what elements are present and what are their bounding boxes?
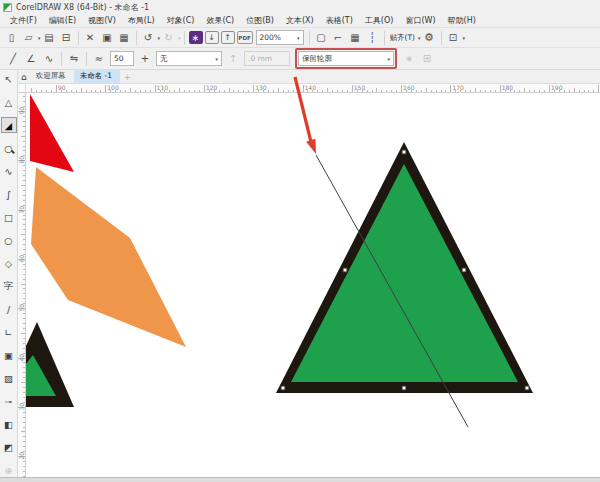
crosshair-tool[interactable]: ⊕: [1, 462, 17, 478]
menu-item-3[interactable]: 布局(L): [122, 15, 161, 26]
cut-span-select[interactable]: 保留轮廓▾: [298, 51, 394, 66]
menu-item-9[interactable]: 工具(O): [359, 15, 400, 26]
ruler-tick: [510, 90, 511, 93]
horizontal-ruler[interactable]: 90100110120130140150160170180190200: [26, 84, 600, 93]
menu-item-10[interactable]: 窗口(W): [399, 15, 441, 26]
auto-close-button[interactable]: ∗: [401, 51, 417, 67]
copy-button[interactable]: ▣: [100, 30, 115, 45]
menu-item-7[interactable]: 文本(X): [280, 15, 320, 26]
divider: [136, 31, 137, 45]
orange-polygon[interactable]: [31, 167, 186, 347]
ruler-tick: [347, 90, 348, 93]
ruler-tick: [273, 90, 274, 93]
menu-item-8[interactable]: 表格(T): [320, 15, 359, 26]
divider: [441, 31, 442, 45]
ruler-tick: [23, 126, 26, 127]
ruler-tick: [406, 90, 407, 93]
freehand-mode-button[interactable]: ∿: [41, 51, 57, 67]
drop-shadow-tool[interactable]: ▣: [1, 347, 17, 363]
two-point-mode-button[interactable]: ╱: [5, 51, 21, 67]
snap-caret-icon[interactable]: ▾: [418, 35, 421, 41]
ruler-tick: [524, 88, 525, 92]
menu-item-2[interactable]: 视图(V): [82, 15, 122, 26]
ruler-tick: [23, 279, 26, 280]
interactive-fill-tool[interactable]: ◧: [1, 416, 17, 432]
rectangle-tool[interactable]: □: [1, 209, 17, 225]
new-tab-button[interactable]: +: [124, 73, 131, 83]
knife-tool[interactable]: ◢: [1, 117, 17, 133]
open-button[interactable]: ▱: [21, 30, 36, 45]
bezier-mode-button[interactable]: ∠: [23, 51, 39, 67]
menu-item-4[interactable]: 对象(C): [161, 15, 201, 26]
large-triangle-fill[interactable]: [291, 164, 518, 382]
menu-item-6[interactable]: 位图(B): [240, 15, 280, 26]
overlap-button[interactable]: ⊞: [419, 51, 435, 67]
connector-tool[interactable]: ∟: [1, 324, 17, 340]
flip-button[interactable]: ⇋: [66, 51, 82, 67]
redo-caret-icon[interactable]: ▾: [178, 35, 181, 41]
paste-button[interactable]: ▦: [117, 30, 132, 45]
vertical-ruler[interactable]: 9080706050403020: [18, 93, 26, 477]
ruler-tick: [23, 392, 26, 393]
dimension-tool[interactable]: ∕: [1, 301, 17, 317]
ruler-tick: [539, 90, 540, 93]
outline-select[interactable]: 无▾: [156, 51, 222, 66]
show-grid-button[interactable]: ▦: [348, 30, 363, 45]
ruler-tick: [199, 90, 200, 93]
export-button[interactable]: ↑: [221, 31, 235, 44]
transparency-tool[interactable]: ▨: [1, 370, 17, 386]
save-button[interactable]: ▤: [42, 30, 57, 45]
new-document-button[interactable]: ▯: [4, 30, 19, 45]
ruler-tick: [332, 90, 333, 93]
bottom-scrollbar[interactable]: [0, 477, 600, 482]
ruler-tick: [21, 382, 25, 383]
undo-button[interactable]: ↺: [141, 30, 156, 45]
publish-pdf-button[interactable]: PDF: [237, 31, 253, 44]
smoothing-plus-button[interactable]: +: [137, 51, 153, 67]
smart-fill-tool[interactable]: ◩: [1, 439, 17, 455]
menu-item-5[interactable]: 效果(C): [200, 15, 240, 26]
ruler-tick: [23, 190, 26, 191]
print-button[interactable]: ⊟: [59, 30, 74, 45]
eyedropper-tool[interactable]: ⊸: [1, 393, 17, 409]
shape-tool[interactable]: △: [1, 94, 17, 110]
ruler-tick: [23, 219, 26, 220]
ruler-label: 130: [255, 84, 266, 91]
width-input[interactable]: .0 mm: [244, 51, 290, 66]
zoom-tool[interactable]: ○: [1, 140, 17, 156]
home-icon[interactable]: ⌂: [21, 72, 27, 83]
polygon-tool[interactable]: ◇: [1, 255, 17, 271]
ruler-tick: [23, 362, 26, 363]
tab-document[interactable]: 未命名 -1: [74, 69, 120, 83]
zoom-level-select[interactable]: 200%▾: [256, 30, 304, 45]
artistic-media-tool[interactable]: ∫: [1, 186, 17, 202]
import-button[interactable]: ↓: [205, 31, 219, 44]
menu-item-0[interactable]: 文件(F): [4, 15, 43, 26]
text-tool[interactable]: 字: [1, 278, 17, 294]
options-button[interactable]: ⚙: [422, 30, 437, 45]
ruler-tick: [584, 90, 585, 93]
ellipse-tool[interactable]: ○: [1, 232, 17, 248]
fullscreen-preview-button[interactable]: ▢: [314, 30, 329, 45]
redo-button[interactable]: ↻: [161, 30, 176, 45]
ruler-tick: [23, 313, 26, 314]
open-caret-icon[interactable]: ▾: [38, 35, 41, 41]
ruler-tick: [23, 471, 26, 472]
show-rulers-button[interactable]: ⌐: [331, 30, 346, 45]
smoothing-input[interactable]: 50: [110, 51, 134, 66]
tab-welcome-screen[interactable]: 欢迎屏幕: [30, 69, 74, 83]
pick-tool[interactable]: ↖: [1, 71, 17, 87]
ruler-tick: [23, 377, 26, 378]
launcher-button[interactable]: ⊡: [446, 30, 461, 45]
snap-to-button[interactable]: 贴齐(T): [390, 33, 415, 43]
cut-span-value: 保留轮廓: [302, 54, 332, 64]
launcher-caret-icon[interactable]: ▾: [463, 35, 466, 41]
freehand-tool[interactable]: ∿: [1, 163, 17, 179]
red-triangle[interactable]: [30, 94, 74, 172]
search-content-button[interactable]: ∗: [189, 31, 203, 44]
undo-caret-icon[interactable]: ▾: [158, 35, 161, 41]
menu-item-1[interactable]: 编辑(E): [43, 15, 82, 26]
menu-item-11[interactable]: 帮助(H): [442, 15, 482, 26]
show-guidelines-button[interactable]: ┆: [365, 30, 380, 45]
cut-button[interactable]: ✕: [83, 30, 98, 45]
